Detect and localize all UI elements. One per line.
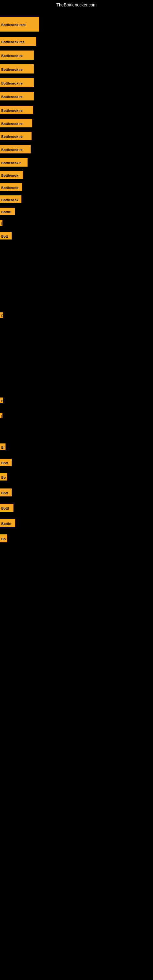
bottleneck-item-18[interactable]: E [0, 312, 3, 318]
site-title: TheBottlenecker.com [0, 0, 153, 10]
bottleneck-item-4[interactable]: Bottleneck re [0, 64, 33, 73]
bottleneck-item-20[interactable]: | [0, 413, 2, 418]
bottleneck-item-25[interactable]: Bottl [0, 504, 13, 512]
bottleneck-item-14[interactable]: Bottleneck [0, 196, 21, 204]
bottleneck-item-2[interactable]: Bottleneck res [0, 37, 36, 46]
bottleneck-item-13[interactable]: Bottleneck [0, 183, 22, 191]
bottleneck-item-12[interactable]: Bottleneck [0, 171, 23, 179]
bottleneck-item-3[interactable]: Bottleneck re [0, 51, 33, 60]
bottleneck-item-8[interactable]: Bottleneck re [0, 119, 32, 127]
bottleneck-item-17[interactable]: Bott [0, 232, 12, 240]
bottleneck-item-6[interactable]: Bottleneck re [0, 92, 33, 100]
bottleneck-item-7[interactable]: Bottleneck re [0, 106, 33, 114]
bottleneck-item-19[interactable]: B [0, 398, 3, 403]
bottleneck-item-16[interactable]: | [0, 220, 2, 226]
bottleneck-item-21[interactable]: B [0, 444, 5, 450]
bottleneck-item-5[interactable]: Bottleneck re [0, 78, 33, 87]
bottleneck-item-15[interactable]: Bottle [0, 208, 15, 215]
bottleneck-item-9[interactable]: Bottleneck re [0, 132, 32, 140]
bottleneck-item-23[interactable]: Bo [0, 473, 7, 480]
bottleneck-item-1[interactable]: Bottleneck rest [0, 17, 39, 32]
bottleneck-item-22[interactable]: Bott [0, 459, 12, 466]
bottleneck-item-27[interactable]: Bo [0, 535, 7, 542]
bottleneck-item-26[interactable]: Bottle [0, 519, 15, 527]
bottleneck-item-10[interactable]: Bottleneck re [0, 145, 30, 153]
bottleneck-item-11[interactable]: Bottleneck r [0, 158, 27, 167]
bottleneck-item-24[interactable]: Bott [0, 488, 12, 496]
